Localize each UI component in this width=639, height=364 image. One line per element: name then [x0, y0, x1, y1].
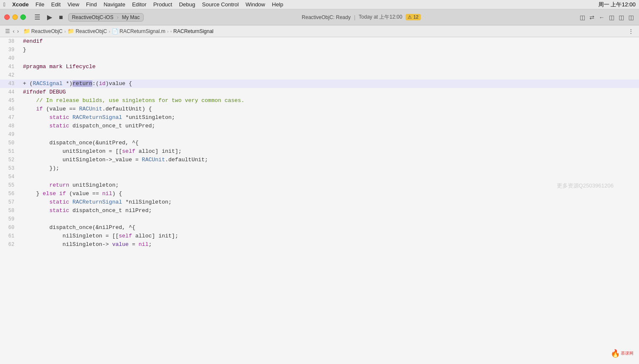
- menu-view[interactable]: View: [67, 1, 79, 8]
- editor-mode-assistant[interactable]: ⇄: [589, 13, 595, 22]
- code-line: 57 static RACReturnSignal *nilSingleton;: [0, 198, 639, 207]
- back-button[interactable]: ▶: [45, 12, 54, 22]
- breadcrumb-label-3: RACReturnSignal: [173, 28, 214, 34]
- menubar:  Xcode File Edit View Find Navigate Edi…: [0, 0, 639, 9]
- breadcrumb-label-2: RACReturnSignal.m: [119, 28, 165, 34]
- line-content: static RACReturnSignal *unitSingleton;: [21, 113, 639, 122]
- breadcrumb-sidebar-toggle[interactable]: ☰: [4, 28, 11, 34]
- line-number: 47: [0, 113, 21, 122]
- titlebar-right: ◫ ⇄ ← ◫ ◫ ◫: [579, 13, 635, 22]
- breadcrumb-label-1: ReactiveObjC: [75, 28, 107, 34]
- line-number: 50: [0, 139, 21, 147]
- line-number: 43: [0, 80, 21, 88]
- class-icon: ▫: [170, 28, 172, 34]
- minimize-button[interactable]: [12, 14, 18, 20]
- line-number: 51: [0, 147, 21, 156]
- show-debug-area[interactable]: ◫: [618, 13, 625, 22]
- close-button[interactable]: [4, 14, 10, 20]
- line-content: #endif: [21, 37, 639, 46]
- line-content: + (RACSignal *)return:(id)value {: [21, 80, 639, 88]
- line-content: dispatch_once(&unitPred, ^{: [21, 139, 639, 147]
- breadcrumb-sep-1: ›: [108, 29, 110, 34]
- folder-icon: 📁: [23, 28, 30, 34]
- breadcrumb-forward[interactable]: ›: [16, 28, 19, 34]
- code-line: 41#pragma mark Lifecycle: [0, 63, 639, 71]
- build-timestamp: Today at 上午12:00: [359, 14, 403, 21]
- code-line: 60 dispatch_once(&nilPred, ^{: [0, 223, 639, 232]
- line-content: static dispatch_once_t unitPred;: [21, 122, 639, 130]
- line-number: 41: [0, 63, 21, 71]
- breadcrumb-item-1[interactable]: 📁 ReactiveObjC: [67, 28, 107, 34]
- line-number: 44: [0, 88, 21, 97]
- line-content: });: [21, 164, 639, 173]
- code-editor[interactable]: 38#endif39}4041#pragma mark Lifecycle424…: [0, 37, 639, 364]
- code-line: 49: [0, 130, 639, 139]
- line-content: #pragma mark Lifecycle: [21, 63, 639, 71]
- menu-product[interactable]: Product: [153, 1, 172, 8]
- editor-mode-standard[interactable]: ◫: [579, 13, 586, 22]
- scheme-selector[interactable]: ReactiveObjC-iOS › My Mac: [68, 13, 144, 22]
- line-number: 40: [0, 54, 21, 63]
- breadcrumb-back[interactable]: ‹: [12, 28, 15, 34]
- menu-edit[interactable]: Edit: [51, 1, 61, 8]
- code-line: 51 unitSingleton = [[self alloc] init];: [0, 147, 639, 156]
- file-icon: 📄: [112, 28, 118, 34]
- menu-find[interactable]: Find: [86, 1, 97, 8]
- line-number: 42: [0, 71, 21, 80]
- code-line: 53 });: [0, 164, 639, 173]
- line-content: static RACReturnSignal *nilSingleton;: [21, 198, 639, 207]
- code-line: 44#ifndef DEBUG: [0, 88, 639, 97]
- scheme-name: ReactiveObjC-iOS: [72, 14, 114, 20]
- menu-file[interactable]: File: [36, 1, 44, 8]
- line-number: 46: [0, 105, 21, 113]
- line-content: nilSingleton-> value = nil;: [21, 240, 639, 249]
- code-line: 47 static RACReturnSignal *unitSingleton…: [0, 113, 639, 122]
- line-content: } else if (value == nil) {: [21, 190, 639, 198]
- breadcrumb-item-3[interactable]: ▫ RACReturnSignal: [170, 28, 214, 34]
- line-number: 38: [0, 37, 21, 46]
- traffic-lights: [4, 14, 26, 20]
- line-content: nilSingleton = [[self alloc] init];: [21, 232, 639, 240]
- menu-editor[interactable]: Editor: [132, 1, 147, 8]
- menu-debug[interactable]: Debug: [179, 1, 195, 8]
- maximize-button[interactable]: [20, 14, 26, 20]
- line-number: 39: [0, 46, 21, 54]
- warning-count[interactable]: ⚠ 12: [406, 14, 420, 20]
- line-content: unitSingleton->_value = RACUnit.defaultU…: [21, 156, 639, 164]
- show-utilities[interactable]: ◫: [628, 13, 635, 22]
- breadcrumb-item-2[interactable]: 📄 RACReturnSignal.m: [112, 28, 165, 34]
- line-number: 58: [0, 207, 21, 215]
- breadcrumb-navigation: ☰ ‹ ›: [4, 28, 20, 34]
- show-navigator[interactable]: ◫: [608, 13, 615, 22]
- line-content: }: [21, 46, 639, 54]
- code-line: 38#endif: [0, 37, 639, 46]
- related-items-button[interactable]: ⋮: [627, 27, 635, 36]
- menubar-clock: 周一 上午12:00: [598, 1, 636, 8]
- stop-button[interactable]: ■: [57, 13, 65, 22]
- line-number: 45: [0, 97, 21, 105]
- line-content: return unitSingleton;: [21, 181, 639, 190]
- sidebar-toggle-button[interactable]: ☰: [33, 12, 42, 22]
- menu-navigate[interactable]: Navigate: [103, 1, 125, 8]
- code-line: 59: [0, 215, 639, 223]
- breadcrumb-item-0[interactable]: 📁 ReactiveObjC: [23, 28, 63, 34]
- menu-xcode[interactable]: Xcode: [12, 1, 29, 8]
- line-number: 54: [0, 173, 21, 181]
- code-line: 40: [0, 54, 639, 63]
- menu-source-control[interactable]: Source Control: [202, 1, 239, 8]
- breadcrumb-right: ⋮: [627, 27, 635, 36]
- line-content: static dispatch_once_t nilPred;: [21, 207, 639, 215]
- line-number: 60: [0, 223, 21, 232]
- corner-logo: 🔥 慕课网: [609, 347, 635, 360]
- code-line: 62 nilSingleton-> value = nil;: [0, 240, 639, 249]
- code-line: 61 nilSingleton = [[self alloc] init];: [0, 232, 639, 240]
- line-content: unitSingleton = [[self alloc] init];: [21, 147, 639, 156]
- apple-menu[interactable]: : [3, 1, 6, 8]
- line-number: 52: [0, 156, 21, 164]
- menu-window[interactable]: Window: [246, 1, 265, 8]
- editor-mode-version[interactable]: ←: [598, 13, 606, 22]
- line-number: 57: [0, 198, 21, 207]
- menu-help[interactable]: Help: [272, 1, 283, 8]
- line-number: 55: [0, 181, 21, 190]
- line-number: 48: [0, 122, 21, 130]
